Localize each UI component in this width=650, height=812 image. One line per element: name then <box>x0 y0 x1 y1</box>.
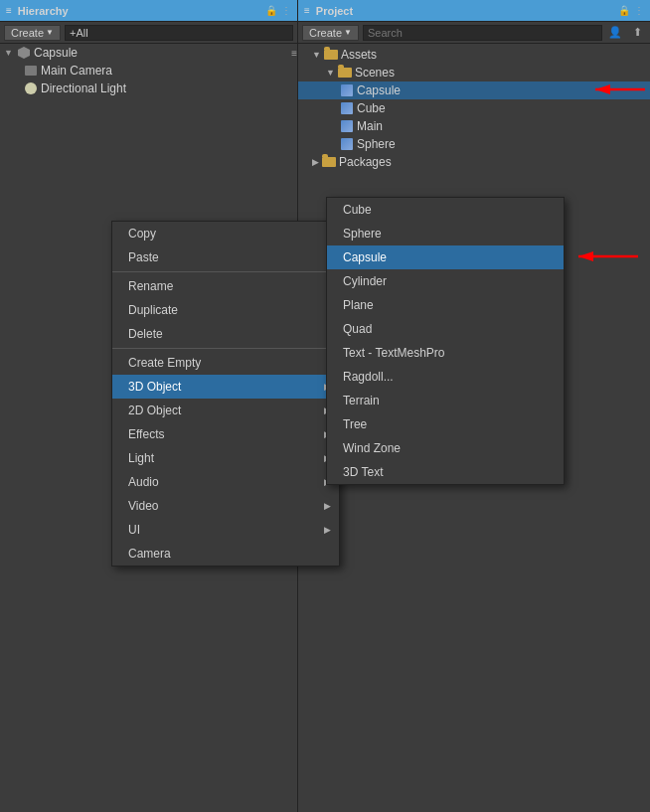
submenu-wind-zone[interactable]: Wind Zone <box>327 436 564 460</box>
ctx-paste[interactable]: Paste <box>112 245 339 269</box>
ctx-delete[interactable]: Delete <box>112 322 339 346</box>
project-scenes[interactable]: ▼ Scenes <box>298 64 650 81</box>
submenu-ragdoll[interactable]: Ragdoll... <box>327 365 564 389</box>
menu-icon: ⋮ <box>281 5 291 16</box>
project-toolbar: Create ▼ 👤 ⬆ <box>298 22 650 44</box>
project-search-input[interactable] <box>363 25 602 41</box>
lock-icon: 🔒 <box>265 5 277 16</box>
project-create-button[interactable]: Create ▼ <box>302 25 359 41</box>
ctx-3d-object[interactable]: 3D Object ▶ <box>112 375 339 399</box>
expand-arrow: ▼ <box>4 48 14 58</box>
project-menu-icon: ⋮ <box>634 5 644 16</box>
project-packages[interactable]: ▶ Packages <box>298 153 650 171</box>
project-scene-cube[interactable]: Cube <box>298 99 650 117</box>
project-header: ≡ Project 🔒 ⋮ <box>298 0 650 22</box>
submenu-3d-text[interactable]: 3D Text <box>327 460 564 484</box>
ctx-create-empty[interactable]: Create Empty <box>112 351 339 375</box>
ctx-sep1 <box>112 271 339 272</box>
capsule-unity-icon <box>17 46 31 60</box>
assets-arrow: ▼ <box>312 50 321 60</box>
submenu-cylinder[interactable]: Cylinder <box>327 269 564 293</box>
ctx-duplicate[interactable]: Duplicate <box>112 298 339 322</box>
hierarchy-search-input[interactable] <box>65 25 293 41</box>
ctx-rename[interactable]: Rename <box>112 274 339 298</box>
submenu-arrow-video: ▶ <box>324 501 331 511</box>
ctx-light[interactable]: Light ▶ <box>112 446 339 470</box>
scenes-folder-icon <box>338 66 352 80</box>
camera-icon <box>24 64 38 78</box>
ctx-audio[interactable]: Audio ▶ <box>112 470 339 494</box>
ctx-camera[interactable]: Camera <box>112 542 339 566</box>
submenu-capsule[interactable]: Capsule <box>327 245 564 269</box>
hierarchy-item-capsule[interactable]: ▼ Capsule ≡ <box>0 44 297 62</box>
project-assets[interactable]: ▼ Assets <box>298 46 650 64</box>
project-title: Project <box>316 5 353 17</box>
ctx-copy[interactable]: Copy <box>112 222 339 245</box>
submenu-arrow-ui: ▶ <box>324 525 331 535</box>
project-scene-main[interactable]: Main <box>298 117 650 135</box>
context-menu: Copy Paste Rename Duplicate Delete Creat… <box>111 221 340 567</box>
hierarchy-toolbar: Create ▼ <box>0 22 297 44</box>
capsule-scene-icon <box>340 83 354 97</box>
project-lock-icon: 🔒 <box>618 5 630 16</box>
submenu-quad[interactable]: Quad <box>327 317 564 341</box>
project-scene-sphere[interactable]: Sphere <box>298 135 650 153</box>
packages-folder-icon <box>322 155 336 169</box>
ctx-sep2 <box>112 348 339 349</box>
red-arrow-1 <box>575 81 650 100</box>
project-cloud-icon[interactable]: ⬆ <box>628 24 646 42</box>
submenu-cube[interactable]: Cube <box>327 198 564 222</box>
packages-arrow: ▶ <box>312 157 319 167</box>
submenu-tree[interactable]: Tree <box>327 412 564 436</box>
light-icon <box>24 81 38 95</box>
ctx-2d-object[interactable]: 2D Object ▶ <box>112 399 339 422</box>
hierarchy-title: Hierarchy <box>18 5 69 17</box>
hierarchy-item-main-camera[interactable]: Main Camera <box>0 62 297 80</box>
submenu-textmeshpro[interactable]: Text - TextMeshPro <box>327 341 564 365</box>
submenu-plane[interactable]: Plane <box>327 293 564 317</box>
red-arrow-2 <box>559 247 648 267</box>
ctx-effects[interactable]: Effects ▶ <box>112 422 339 446</box>
assets-folder-icon <box>324 48 338 62</box>
hierarchy-header: ≡ Hierarchy 🔒 ⋮ <box>0 0 297 22</box>
cube-scene-icon <box>340 101 354 115</box>
hierarchy-create-button[interactable]: Create ▼ <box>4 25 61 41</box>
main-scene-icon <box>340 119 354 133</box>
ctx-ui[interactable]: UI ▶ <box>112 518 339 542</box>
sphere-scene-icon <box>340 137 354 151</box>
submenu-sphere[interactable]: Sphere <box>327 222 564 245</box>
submenu-3d-object: Cube Sphere Capsule <box>326 197 565 485</box>
ctx-video[interactable]: Video ▶ <box>112 494 339 518</box>
scenes-arrow: ▼ <box>326 68 335 78</box>
submenu-terrain[interactable]: Terrain <box>327 389 564 412</box>
hierarchy-item-menu: ≡ <box>291 48 297 59</box>
project-collab-icon[interactable]: 👤 <box>606 24 624 42</box>
hierarchy-item-directional-light[interactable]: Directional Light <box>0 80 297 97</box>
project-scene-capsule[interactable]: Capsule <box>298 81 650 99</box>
